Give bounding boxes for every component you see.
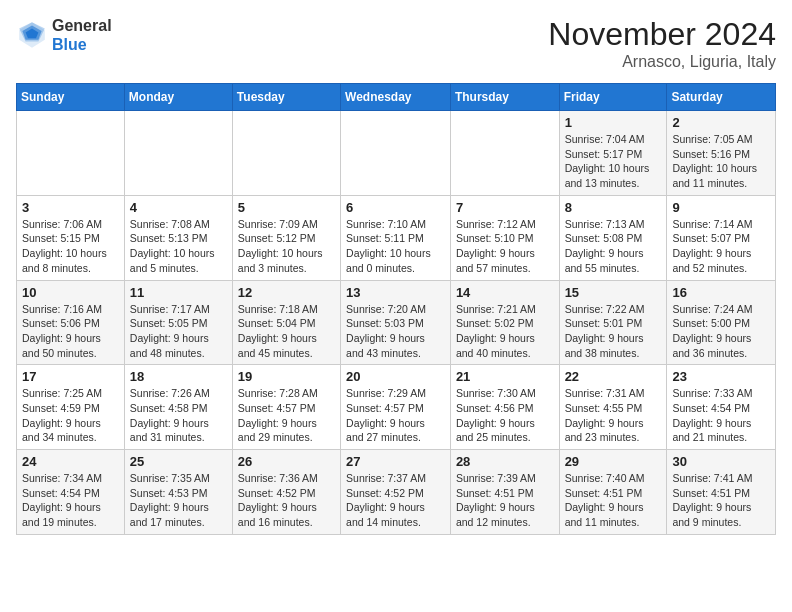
month-title: November 2024 [548, 16, 776, 53]
day-number: 4 [130, 200, 227, 215]
calendar-day-cell: 12Sunrise: 7:18 AM Sunset: 5:04 PM Dayli… [232, 280, 340, 365]
day-number: 1 [565, 115, 662, 130]
day-info: Sunrise: 7:13 AM Sunset: 5:08 PM Dayligh… [565, 217, 662, 276]
day-info: Sunrise: 7:20 AM Sunset: 5:03 PM Dayligh… [346, 302, 445, 361]
day-number: 5 [238, 200, 335, 215]
calendar-week-row: 10Sunrise: 7:16 AM Sunset: 5:06 PM Dayli… [17, 280, 776, 365]
calendar-day-cell: 19Sunrise: 7:28 AM Sunset: 4:57 PM Dayli… [232, 365, 340, 450]
day-info: Sunrise: 7:29 AM Sunset: 4:57 PM Dayligh… [346, 386, 445, 445]
calendar-day-cell: 10Sunrise: 7:16 AM Sunset: 5:06 PM Dayli… [17, 280, 125, 365]
day-number: 8 [565, 200, 662, 215]
day-info: Sunrise: 7:10 AM Sunset: 5:11 PM Dayligh… [346, 217, 445, 276]
logo: General Blue [16, 16, 112, 54]
day-info: Sunrise: 7:37 AM Sunset: 4:52 PM Dayligh… [346, 471, 445, 530]
calendar-day-cell: 11Sunrise: 7:17 AM Sunset: 5:05 PM Dayli… [124, 280, 232, 365]
day-number: 16 [672, 285, 770, 300]
calendar-day-cell: 3Sunrise: 7:06 AM Sunset: 5:15 PM Daylig… [17, 195, 125, 280]
day-info: Sunrise: 7:39 AM Sunset: 4:51 PM Dayligh… [456, 471, 554, 530]
day-number: 22 [565, 369, 662, 384]
weekday-header-wednesday: Wednesday [341, 84, 451, 111]
calendar-day-cell: 20Sunrise: 7:29 AM Sunset: 4:57 PM Dayli… [341, 365, 451, 450]
day-info: Sunrise: 7:40 AM Sunset: 4:51 PM Dayligh… [565, 471, 662, 530]
weekday-header-saturday: Saturday [667, 84, 776, 111]
day-number: 23 [672, 369, 770, 384]
weekday-header-friday: Friday [559, 84, 667, 111]
calendar-day-cell: 26Sunrise: 7:36 AM Sunset: 4:52 PM Dayli… [232, 450, 340, 535]
calendar-day-cell: 22Sunrise: 7:31 AM Sunset: 4:55 PM Dayli… [559, 365, 667, 450]
day-number: 20 [346, 369, 445, 384]
day-number: 13 [346, 285, 445, 300]
empty-day-cell [17, 111, 125, 196]
day-number: 19 [238, 369, 335, 384]
day-number: 18 [130, 369, 227, 384]
calendar-day-cell: 4Sunrise: 7:08 AM Sunset: 5:13 PM Daylig… [124, 195, 232, 280]
calendar-day-cell: 21Sunrise: 7:30 AM Sunset: 4:56 PM Dayli… [450, 365, 559, 450]
day-info: Sunrise: 7:04 AM Sunset: 5:17 PM Dayligh… [565, 132, 662, 191]
calendar-week-row: 17Sunrise: 7:25 AM Sunset: 4:59 PM Dayli… [17, 365, 776, 450]
day-number: 2 [672, 115, 770, 130]
calendar-week-row: 3Sunrise: 7:06 AM Sunset: 5:15 PM Daylig… [17, 195, 776, 280]
day-number: 3 [22, 200, 119, 215]
day-number: 17 [22, 369, 119, 384]
calendar-day-cell: 27Sunrise: 7:37 AM Sunset: 4:52 PM Dayli… [341, 450, 451, 535]
day-info: Sunrise: 7:18 AM Sunset: 5:04 PM Dayligh… [238, 302, 335, 361]
calendar-day-cell: 2Sunrise: 7:05 AM Sunset: 5:16 PM Daylig… [667, 111, 776, 196]
calendar-day-cell: 14Sunrise: 7:21 AM Sunset: 5:02 PM Dayli… [450, 280, 559, 365]
day-info: Sunrise: 7:34 AM Sunset: 4:54 PM Dayligh… [22, 471, 119, 530]
calendar-day-cell: 29Sunrise: 7:40 AM Sunset: 4:51 PM Dayli… [559, 450, 667, 535]
day-info: Sunrise: 7:21 AM Sunset: 5:02 PM Dayligh… [456, 302, 554, 361]
weekday-header-row: SundayMondayTuesdayWednesdayThursdayFrid… [17, 84, 776, 111]
day-info: Sunrise: 7:09 AM Sunset: 5:12 PM Dayligh… [238, 217, 335, 276]
calendar-day-cell: 9Sunrise: 7:14 AM Sunset: 5:07 PM Daylig… [667, 195, 776, 280]
calendar-day-cell: 1Sunrise: 7:04 AM Sunset: 5:17 PM Daylig… [559, 111, 667, 196]
logo-blue: Blue [52, 35, 112, 54]
day-number: 29 [565, 454, 662, 469]
day-info: Sunrise: 7:30 AM Sunset: 4:56 PM Dayligh… [456, 386, 554, 445]
day-number: 25 [130, 454, 227, 469]
day-info: Sunrise: 7:25 AM Sunset: 4:59 PM Dayligh… [22, 386, 119, 445]
day-number: 24 [22, 454, 119, 469]
day-info: Sunrise: 7:06 AM Sunset: 5:15 PM Dayligh… [22, 217, 119, 276]
calendar-day-cell: 6Sunrise: 7:10 AM Sunset: 5:11 PM Daylig… [341, 195, 451, 280]
day-number: 14 [456, 285, 554, 300]
day-number: 15 [565, 285, 662, 300]
calendar-table: SundayMondayTuesdayWednesdayThursdayFrid… [16, 83, 776, 535]
day-number: 28 [456, 454, 554, 469]
calendar-day-cell: 24Sunrise: 7:34 AM Sunset: 4:54 PM Dayli… [17, 450, 125, 535]
empty-day-cell [450, 111, 559, 196]
day-info: Sunrise: 7:31 AM Sunset: 4:55 PM Dayligh… [565, 386, 662, 445]
logo-general: General [52, 16, 112, 35]
location-subtitle: Arnasco, Liguria, Italy [548, 53, 776, 71]
day-info: Sunrise: 7:24 AM Sunset: 5:00 PM Dayligh… [672, 302, 770, 361]
day-info: Sunrise: 7:12 AM Sunset: 5:10 PM Dayligh… [456, 217, 554, 276]
day-number: 26 [238, 454, 335, 469]
weekday-header-thursday: Thursday [450, 84, 559, 111]
day-info: Sunrise: 7:33 AM Sunset: 4:54 PM Dayligh… [672, 386, 770, 445]
empty-day-cell [124, 111, 232, 196]
day-info: Sunrise: 7:22 AM Sunset: 5:01 PM Dayligh… [565, 302, 662, 361]
day-info: Sunrise: 7:14 AM Sunset: 5:07 PM Dayligh… [672, 217, 770, 276]
day-info: Sunrise: 7:36 AM Sunset: 4:52 PM Dayligh… [238, 471, 335, 530]
day-info: Sunrise: 7:26 AM Sunset: 4:58 PM Dayligh… [130, 386, 227, 445]
day-info: Sunrise: 7:35 AM Sunset: 4:53 PM Dayligh… [130, 471, 227, 530]
day-info: Sunrise: 7:08 AM Sunset: 5:13 PM Dayligh… [130, 217, 227, 276]
calendar-day-cell: 28Sunrise: 7:39 AM Sunset: 4:51 PM Dayli… [450, 450, 559, 535]
calendar-day-cell: 15Sunrise: 7:22 AM Sunset: 5:01 PM Dayli… [559, 280, 667, 365]
day-number: 7 [456, 200, 554, 215]
day-number: 9 [672, 200, 770, 215]
calendar-day-cell: 23Sunrise: 7:33 AM Sunset: 4:54 PM Dayli… [667, 365, 776, 450]
day-info: Sunrise: 7:16 AM Sunset: 5:06 PM Dayligh… [22, 302, 119, 361]
empty-day-cell [341, 111, 451, 196]
weekday-header-tuesday: Tuesday [232, 84, 340, 111]
day-number: 21 [456, 369, 554, 384]
day-info: Sunrise: 7:28 AM Sunset: 4:57 PM Dayligh… [238, 386, 335, 445]
day-number: 6 [346, 200, 445, 215]
day-info: Sunrise: 7:05 AM Sunset: 5:16 PM Dayligh… [672, 132, 770, 191]
day-number: 10 [22, 285, 119, 300]
calendar-day-cell: 13Sunrise: 7:20 AM Sunset: 5:03 PM Dayli… [341, 280, 451, 365]
weekday-header-monday: Monday [124, 84, 232, 111]
calendar-day-cell: 16Sunrise: 7:24 AM Sunset: 5:00 PM Dayli… [667, 280, 776, 365]
day-number: 27 [346, 454, 445, 469]
day-number: 30 [672, 454, 770, 469]
calendar-day-cell: 18Sunrise: 7:26 AM Sunset: 4:58 PM Dayli… [124, 365, 232, 450]
